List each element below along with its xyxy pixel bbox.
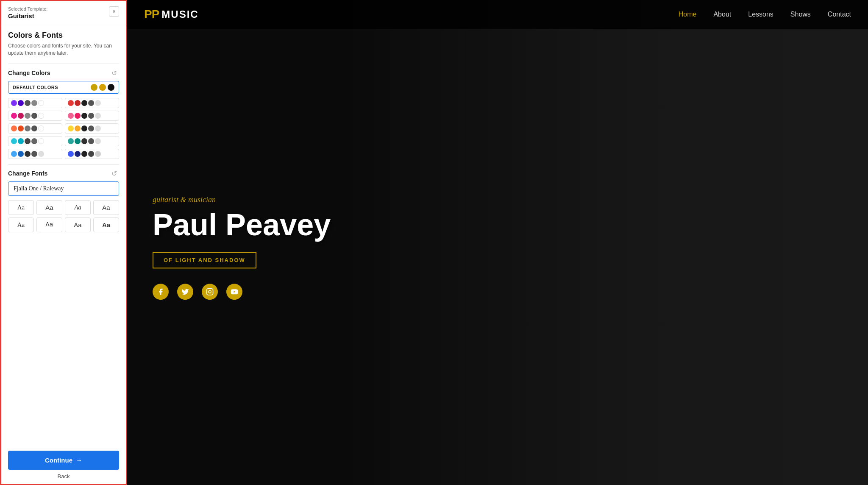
change-fonts-row: Change Fonts ↺ [8, 170, 119, 177]
logo-pp: PP [144, 8, 159, 21]
left-panel: Selected Template: Guitarist × Colors & … [0, 0, 127, 485]
font-item-7[interactable]: Aa [65, 217, 91, 232]
panel-description: Choose colors and fonts for your site. Y… [8, 42, 119, 57]
palette-item-9[interactable] [8, 149, 62, 159]
navigation: PP MUSIC Home About Lessons Shows Contac… [127, 0, 868, 29]
font-item-3[interactable]: Aa [65, 200, 91, 215]
hero-content: guitarist & musician Paul Peavey OF LIGH… [153, 195, 331, 300]
palette-item-2[interactable] [65, 98, 119, 108]
font-item-2[interactable]: Aa [36, 200, 62, 215]
selected-label: Selected Template: [8, 6, 47, 11]
social-instagram-icon[interactable] [202, 284, 218, 300]
social-twitter-icon[interactable] [177, 284, 193, 300]
nav-link-lessons[interactable]: Lessons [748, 11, 773, 18]
change-colors-label: Change Colors [8, 70, 50, 76]
default-dot-3 [108, 84, 114, 91]
logo-music: MUSIC [161, 8, 198, 20]
font-item-8[interactable]: Aa [93, 217, 119, 232]
palette-grid [8, 98, 119, 159]
palette-item-4[interactable] [65, 111, 119, 121]
hero-button[interactable]: OF LIGHT AND SHADOW [153, 252, 256, 268]
reset-fonts-icon[interactable]: ↺ [111, 170, 119, 177]
social-facebook-icon[interactable] [153, 284, 169, 300]
font-item-5[interactable]: Aa [8, 217, 34, 232]
collapse-button[interactable]: ‹ [126, 235, 127, 250]
default-colors-label: DEFAULT COLORS [13, 85, 89, 90]
font-selected-option[interactable]: Fjalla One / Raleway [8, 181, 119, 196]
default-dot-1 [91, 84, 97, 91]
nav-link-about[interactable]: About [713, 11, 731, 18]
nav-links: Home About Lessons Shows Contact [679, 11, 851, 18]
hero-subtitle: guitarist & musician [153, 195, 331, 204]
social-icons [153, 284, 331, 300]
close-button[interactable]: × [109, 6, 119, 17]
palette-item-8[interactable] [65, 136, 119, 146]
font-item-1[interactable]: Aa [8, 200, 34, 215]
social-youtube-icon[interactable] [226, 284, 242, 300]
continue-label: Continue [45, 457, 72, 464]
palette-item-3[interactable] [8, 111, 62, 121]
nav-link-shows[interactable]: Shows [790, 11, 811, 18]
change-fonts-label: Change Fonts [8, 170, 47, 177]
back-label[interactable]: Back [1, 473, 126, 484]
template-info: Selected Template: Guitarist [8, 6, 47, 20]
preview-area: PP MUSIC Home About Lessons Shows Contac… [127, 0, 868, 485]
divider-2 [8, 164, 119, 164]
palette-item-5[interactable] [8, 123, 62, 134]
default-colors-option[interactable]: DEFAULT COLORS [8, 81, 119, 94]
divider-1 [8, 64, 119, 64]
panel-content: Colors & Fonts Choose colors and fonts f… [1, 24, 126, 451]
nav-link-contact[interactable]: Contact [828, 11, 851, 18]
palette-item-6[interactable] [65, 123, 119, 134]
continue-arrow: → [76, 457, 82, 464]
svg-rect-0 [207, 289, 213, 295]
palette-item-7[interactable] [8, 136, 62, 146]
template-name: Guitarist [8, 12, 47, 20]
font-grid: Aa Aa Aa Aa Aa Aa Aa Aa [8, 200, 119, 232]
nav-logo: PP MUSIC [144, 8, 199, 21]
change-colors-row: Change Colors ↺ [8, 69, 119, 77]
nav-link-home[interactable]: Home [679, 11, 697, 18]
font-item-6[interactable]: Aa [36, 217, 62, 232]
font-selected-label: Fjalla One / Raleway [14, 185, 64, 192]
continue-button[interactable]: Continue → [8, 451, 119, 470]
palette-item-1[interactable] [8, 98, 62, 108]
palette-item-10[interactable] [65, 149, 119, 159]
template-header: Selected Template: Guitarist × [1, 1, 126, 24]
panel-title: Colors & Fonts [8, 31, 119, 40]
default-dot-2 [99, 84, 106, 91]
reset-colors-icon[interactable]: ↺ [111, 69, 119, 77]
hero-title: Paul Peavey [153, 209, 331, 240]
font-item-4[interactable]: Aa [93, 200, 119, 215]
